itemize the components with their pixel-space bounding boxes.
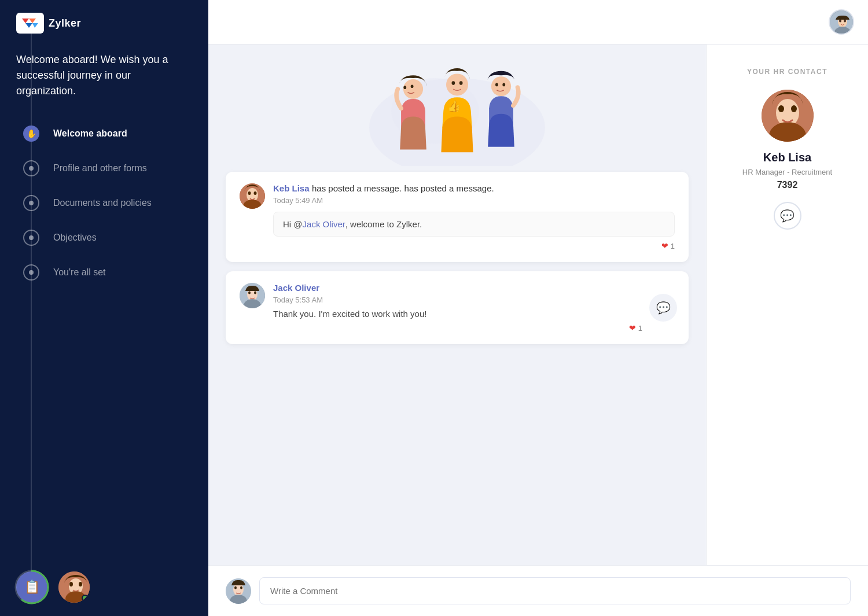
svg-point-41: [778, 105, 784, 112]
body-pre-1: Hi @: [283, 219, 303, 229]
top-bar: [208, 0, 868, 45]
svg-point-42: [791, 105, 797, 112]
svg-point-36: [248, 292, 251, 294]
svg-point-46: [234, 586, 237, 589]
like-count-2: 1: [638, 324, 642, 333]
svg-text:👍: 👍: [447, 99, 461, 113]
keb-lisa-name: Keb Lisa: [273, 183, 310, 193]
message-time-1: Today 5:49 AM: [273, 196, 675, 205]
body-post-1: , welcome to Zylker.: [345, 219, 422, 229]
logo-text: Zylker: [49, 17, 81, 29]
comment-input[interactable]: [259, 577, 851, 604]
sidebar: Zylker Welcome aboard! We wish you a suc…: [0, 0, 208, 616]
reply-icon: 💬: [656, 301, 671, 315]
comment-user-avatar: [226, 578, 251, 604]
online-indicator: [82, 595, 89, 602]
message-content-1: Keb Lisa has posted a message. has poste…: [273, 183, 675, 250]
svg-point-14: [839, 20, 841, 23]
chat-icon: 💬: [780, 209, 795, 223]
svg-point-23: [459, 81, 463, 85]
nav-label-welcome: Welcome aboard: [53, 128, 127, 139]
sidebar-feed-button[interactable]: 📋: [16, 571, 47, 603]
svg-point-9: [69, 582, 73, 587]
sidebar-item-allset[interactable]: You're all set: [23, 255, 208, 290]
body-mention-1: Jack Oliver: [303, 219, 345, 229]
message-like-2: ❤ 1: [273, 323, 642, 333]
content-area: 👍: [208, 45, 868, 565]
hr-contact-sidebar: YOUR HR CONTACT Keb Lisa HR Manager - Re…: [706, 45, 868, 565]
sidebar-item-documents[interactable]: Documents and policies: [23, 186, 208, 220]
svg-marker-3: [32, 23, 38, 28]
svg-point-22: [452, 81, 455, 85]
nav-dot-objectives: [23, 230, 39, 246]
message-time-2: Today 5:53 AM: [273, 296, 642, 304]
hr-title: HR Manager - Recruitment: [742, 168, 832, 176]
svg-point-15: [844, 20, 846, 23]
nav-dot-documents: [23, 195, 39, 211]
feed-section: 👍: [208, 45, 706, 565]
message-sender-line-1: Keb Lisa has posted a message. has poste…: [273, 183, 675, 194]
hr-chat-button[interactable]: 💬: [774, 202, 801, 230]
nav-label-allset: You're all set: [53, 267, 106, 278]
message-header-1: Keb Lisa has posted a message. has poste…: [240, 183, 675, 250]
jack-oliver-avatar: [240, 283, 265, 308]
svg-point-26: [495, 83, 498, 87]
svg-marker-1: [29, 19, 36, 23]
svg-point-10: [79, 582, 82, 587]
nav-label-profile: Profile and other forms: [53, 163, 147, 174]
message-sender-line-2: Jack Oliver: [273, 283, 642, 293]
message-header-2: Jack Oliver Today 5:53 AM Thank you. I'm…: [240, 283, 642, 333]
message-card-2: Jack Oliver Today 5:53 AM Thank you. I'm…: [226, 271, 689, 344]
svg-point-32: [254, 191, 257, 195]
keb-lisa-action-text: has posted a message.: [404, 183, 494, 193]
svg-point-37: [254, 292, 256, 294]
message-body-1: Hi @Jack Oliver, welcome to Zylker.: [273, 212, 675, 237]
sidebar-navigation: ✋ Welcome aboard Profile and other forms…: [0, 116, 208, 558]
nav-label-objectives: Objectives: [53, 233, 97, 243]
nav-dot-welcome: ✋: [23, 126, 39, 142]
hr-avatar: [762, 90, 814, 142]
svg-point-18: [403, 79, 423, 99]
progress-ring: [14, 569, 50, 605]
top-user-avatar[interactable]: [829, 9, 854, 35]
svg-point-21: [446, 73, 468, 95]
main-content: 👍: [208, 0, 868, 616]
nav-label-documents: Documents and policies: [53, 198, 152, 208]
hero-illustration: 👍: [226, 45, 689, 172]
nav-vertical-line: [31, 24, 32, 587]
reply-button[interactable]: 💬: [649, 294, 677, 322]
like-count-1: 1: [671, 242, 675, 250]
nav-dot-profile: [23, 160, 39, 176]
message-like-1: ❤ 1: [273, 241, 675, 250]
message-content-2: Jack Oliver Today 5:53 AM Thank you. I'm…: [273, 283, 642, 333]
jack-oliver-name: Jack Oliver: [273, 283, 319, 293]
message-card-1: Keb Lisa has posted a message. has poste…: [226, 172, 689, 262]
heart-icon-1: ❤: [661, 241, 668, 250]
svg-point-31: [248, 191, 251, 195]
svg-point-47: [240, 586, 242, 589]
sidebar-item-profile[interactable]: Profile and other forms: [23, 151, 208, 186]
sidebar-item-welcome[interactable]: ✋ Welcome aboard: [23, 116, 208, 151]
svg-point-19: [403, 86, 406, 89]
hr-name: Keb Lisa: [763, 151, 811, 164]
svg-point-25: [491, 76, 511, 96]
keb-lisa-avatar: [240, 183, 265, 209]
sidebar-item-objectives[interactable]: Objectives: [23, 220, 208, 255]
svg-point-27: [502, 83, 505, 87]
svg-point-20: [411, 84, 414, 88]
svg-marker-0: [22, 19, 29, 23]
heart-icon-2: ❤: [629, 323, 636, 333]
message-body-2: Thank you. I'm excited to work with you!: [273, 309, 642, 319]
comment-area: [208, 565, 868, 616]
current-user-avatar[interactable]: [57, 570, 91, 604]
hr-extension: 7392: [777, 180, 798, 190]
hr-section-label: YOUR HR CONTACT: [747, 68, 827, 76]
keb-lisa-action: has posted a message.: [312, 183, 402, 193]
logo-icon: [16, 13, 44, 34]
nav-dot-allset: [23, 264, 39, 281]
